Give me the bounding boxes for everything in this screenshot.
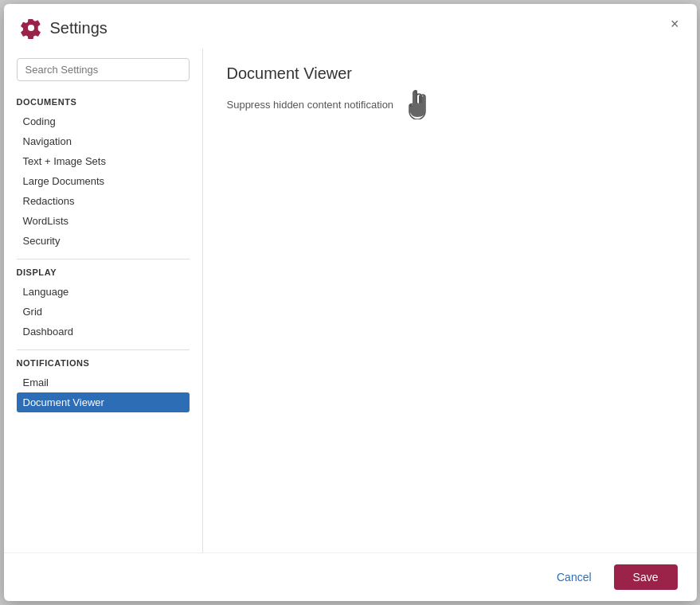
save-button[interactable]: Save (614, 564, 678, 590)
sidebar-item-redactions[interactable]: Redactions (17, 191, 190, 211)
dialog-title: Settings (50, 19, 681, 37)
sidebar-item-large-documents[interactable]: Large Documents (17, 171, 190, 191)
cancel-button[interactable]: Cancel (544, 564, 604, 590)
dialog-header: Settings × (4, 4, 697, 49)
dialog-overlay: Settings × DOCUMENTS Coding Navigation T… (0, 0, 700, 605)
toggle-icon[interactable] (403, 89, 428, 119)
section-divider-1 (17, 259, 190, 260)
sidebar-item-language[interactable]: Language (17, 282, 190, 302)
sidebar-item-navigation[interactable]: Navigation (17, 131, 190, 151)
content-row: Suppress hidden content notification (227, 89, 673, 119)
sidebar: DOCUMENTS Coding Navigation Text + Image… (4, 49, 203, 552)
content-description: Suppress hidden content notification (227, 99, 394, 111)
section-label-documents: DOCUMENTS (17, 97, 190, 107)
section-divider-2 (17, 349, 190, 350)
sidebar-item-grid[interactable]: Grid (17, 302, 190, 322)
sidebar-item-coding[interactable]: Coding (17, 111, 190, 131)
dialog-footer: Cancel Save (4, 552, 697, 601)
sidebar-item-email[interactable]: Email (17, 373, 190, 392)
dialog-body: DOCUMENTS Coding Navigation Text + Image… (4, 49, 697, 552)
settings-dialog: Settings × DOCUMENTS Coding Navigation T… (4, 4, 697, 601)
content-title: Document Viewer (227, 64, 673, 83)
search-input[interactable] (17, 58, 190, 81)
sidebar-item-text-image-sets[interactable]: Text + Image Sets (17, 151, 190, 171)
sidebar-item-document-viewer[interactable]: Document Viewer (17, 392, 190, 412)
sidebar-item-security[interactable]: Security (17, 231, 190, 251)
sidebar-item-dashboard[interactable]: Dashboard (17, 322, 190, 342)
content-area: Document Viewer Suppress hidden content … (203, 49, 697, 552)
gear-icon (20, 17, 42, 39)
close-button[interactable]: × (664, 14, 686, 34)
section-label-display: DISPLAY (17, 267, 190, 277)
sidebar-item-wordlists[interactable]: WordLists (17, 211, 190, 231)
section-label-notifications: NOTIFICATIONS (17, 358, 190, 368)
